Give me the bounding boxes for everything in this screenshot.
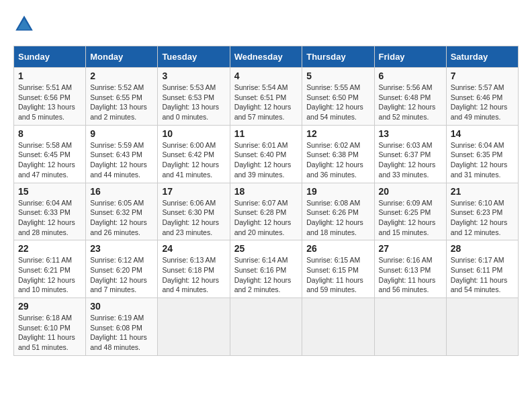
day-number: 24 (162, 243, 225, 254)
calendar-cell: 7Sunrise: 5:57 AMSunset: 6:46 PMDaylight… (446, 68, 518, 126)
day-info: Sunrise: 5:52 AMSunset: 6:55 PMDaylight:… (90, 83, 153, 122)
week-row-1: 1Sunrise: 5:51 AMSunset: 6:56 PMDaylight… (14, 68, 519, 126)
day-number: 27 (379, 243, 442, 254)
day-info: Sunrise: 6:10 AMSunset: 6:23 PMDaylight:… (451, 198, 514, 238)
calendar-cell: 22Sunrise: 6:11 AMSunset: 6:21 PMDayligh… (14, 240, 86, 298)
day-number: 17 (162, 186, 225, 197)
day-number: 22 (18, 243, 81, 254)
day-info: Sunrise: 5:57 AMSunset: 6:46 PMDaylight:… (451, 83, 514, 122)
logo-icon (13, 13, 35, 35)
column-header-sunday: Sunday (14, 46, 86, 68)
column-header-thursday: Thursday (302, 46, 374, 68)
day-number: 21 (451, 186, 514, 197)
day-number: 28 (451, 243, 514, 254)
calendar-cell: 24Sunrise: 6:13 AMSunset: 6:18 PMDayligh… (158, 240, 230, 298)
calendar-cell: 21Sunrise: 6:10 AMSunset: 6:23 PMDayligh… (446, 183, 518, 240)
day-info: Sunrise: 5:55 AMSunset: 6:50 PMDaylight:… (306, 83, 369, 122)
page-header (13, 13, 519, 35)
day-info: Sunrise: 6:13 AMSunset: 6:18 PMDaylight:… (162, 255, 225, 295)
calendar-cell: 1Sunrise: 5:51 AMSunset: 6:56 PMDaylight… (14, 68, 86, 126)
calendar-cell: 26Sunrise: 6:15 AMSunset: 6:15 PMDayligh… (302, 240, 374, 298)
day-number: 7 (451, 71, 514, 81)
day-number: 3 (162, 71, 225, 81)
calendar-cell (374, 298, 446, 356)
logo (13, 13, 39, 35)
column-header-tuesday: Tuesday (158, 46, 230, 68)
calendar-cell: 25Sunrise: 6:14 AMSunset: 6:16 PMDayligh… (230, 240, 302, 298)
day-info: Sunrise: 5:56 AMSunset: 6:48 PMDaylight:… (379, 83, 442, 122)
day-number: 14 (451, 128, 514, 139)
calendar-cell: 30Sunrise: 6:19 AMSunset: 6:08 PMDayligh… (86, 298, 158, 356)
day-number: 25 (234, 243, 298, 254)
calendar-cell (446, 298, 518, 356)
day-info: Sunrise: 6:15 AMSunset: 6:15 PMDaylight:… (306, 255, 369, 295)
calendar-cell: 4Sunrise: 5:54 AMSunset: 6:51 PMDaylight… (230, 68, 302, 126)
day-number: 19 (306, 186, 369, 197)
day-number: 15 (18, 186, 81, 197)
day-info: Sunrise: 5:51 AMSunset: 6:56 PMDaylight:… (18, 83, 81, 122)
day-number: 5 (306, 71, 369, 81)
calendar-cell: 15Sunrise: 6:04 AMSunset: 6:33 PMDayligh… (14, 183, 86, 240)
day-number: 12 (306, 128, 369, 139)
header-row: SundayMondayTuesdayWednesdayThursdayFrid… (14, 46, 519, 68)
day-info: Sunrise: 6:02 AMSunset: 6:38 PMDaylight:… (306, 140, 369, 180)
day-number: 26 (306, 243, 369, 254)
day-info: Sunrise: 6:03 AMSunset: 6:37 PMDaylight:… (379, 140, 442, 180)
day-number: 23 (90, 243, 153, 254)
calendar-cell: 16Sunrise: 6:05 AMSunset: 6:32 PMDayligh… (86, 183, 158, 240)
day-info: Sunrise: 6:06 AMSunset: 6:30 PMDaylight:… (162, 198, 225, 238)
calendar-cell: 6Sunrise: 5:56 AMSunset: 6:48 PMDaylight… (374, 68, 446, 126)
calendar-cell: 20Sunrise: 6:09 AMSunset: 6:25 PMDayligh… (374, 183, 446, 240)
calendar-cell: 23Sunrise: 6:12 AMSunset: 6:20 PMDayligh… (86, 240, 158, 298)
day-info: Sunrise: 6:18 AMSunset: 6:10 PMDaylight:… (18, 313, 81, 353)
day-info: Sunrise: 6:09 AMSunset: 6:25 PMDaylight:… (379, 198, 442, 238)
calendar-cell: 28Sunrise: 6:17 AMSunset: 6:11 PMDayligh… (446, 240, 518, 298)
calendar-table: SundayMondayTuesdayWednesdayThursdayFrid… (13, 46, 519, 356)
column-header-wednesday: Wednesday (230, 46, 302, 68)
day-number: 4 (234, 71, 298, 81)
week-row-2: 8Sunrise: 5:58 AMSunset: 6:45 PMDaylight… (14, 125, 519, 183)
calendar-cell: 17Sunrise: 6:06 AMSunset: 6:30 PMDayligh… (158, 183, 230, 240)
day-info: Sunrise: 6:04 AMSunset: 6:35 PMDaylight:… (451, 140, 514, 180)
day-info: Sunrise: 6:16 AMSunset: 6:13 PMDaylight:… (379, 255, 442, 295)
day-info: Sunrise: 5:53 AMSunset: 6:53 PMDaylight:… (162, 83, 225, 122)
day-number: 13 (379, 128, 442, 139)
calendar-cell: 14Sunrise: 6:04 AMSunset: 6:35 PMDayligh… (446, 125, 518, 183)
day-number: 16 (90, 186, 153, 197)
day-info: Sunrise: 6:19 AMSunset: 6:08 PMDaylight:… (90, 313, 153, 353)
calendar-cell: 9Sunrise: 5:59 AMSunset: 6:43 PMDaylight… (86, 125, 158, 183)
calendar-cell (158, 298, 230, 356)
day-number: 9 (90, 128, 153, 139)
day-number: 6 (379, 71, 442, 81)
day-info: Sunrise: 5:59 AMSunset: 6:43 PMDaylight:… (90, 140, 153, 180)
day-number: 1 (18, 71, 81, 81)
day-number: 30 (90, 301, 153, 312)
day-info: Sunrise: 6:00 AMSunset: 6:42 PMDaylight:… (162, 140, 225, 180)
day-info: Sunrise: 5:58 AMSunset: 6:45 PMDaylight:… (18, 140, 81, 180)
day-info: Sunrise: 6:12 AMSunset: 6:20 PMDaylight:… (90, 255, 153, 295)
day-info: Sunrise: 6:08 AMSunset: 6:26 PMDaylight:… (306, 198, 369, 238)
calendar-cell: 27Sunrise: 6:16 AMSunset: 6:13 PMDayligh… (374, 240, 446, 298)
column-header-monday: Monday (86, 46, 158, 68)
calendar-cell: 19Sunrise: 6:08 AMSunset: 6:26 PMDayligh… (302, 183, 374, 240)
day-number: 29 (18, 301, 81, 312)
day-number: 11 (234, 128, 298, 139)
calendar-cell: 2Sunrise: 5:52 AMSunset: 6:55 PMDaylight… (86, 68, 158, 126)
calendar-cell: 13Sunrise: 6:03 AMSunset: 6:37 PMDayligh… (374, 125, 446, 183)
day-info: Sunrise: 6:14 AMSunset: 6:16 PMDaylight:… (234, 255, 298, 295)
day-number: 20 (379, 186, 442, 197)
calendar-cell: 11Sunrise: 6:01 AMSunset: 6:40 PMDayligh… (230, 125, 302, 183)
calendar-cell: 10Sunrise: 6:00 AMSunset: 6:42 PMDayligh… (158, 125, 230, 183)
day-info: Sunrise: 6:11 AMSunset: 6:21 PMDaylight:… (18, 255, 81, 295)
week-row-5: 29Sunrise: 6:18 AMSunset: 6:10 PMDayligh… (14, 298, 519, 356)
calendar-cell: 8Sunrise: 5:58 AMSunset: 6:45 PMDaylight… (14, 125, 86, 183)
day-number: 8 (18, 128, 81, 139)
day-number: 10 (162, 128, 225, 139)
day-info: Sunrise: 6:07 AMSunset: 6:28 PMDaylight:… (234, 198, 298, 238)
calendar-cell: 29Sunrise: 6:18 AMSunset: 6:10 PMDayligh… (14, 298, 86, 356)
day-info: Sunrise: 5:54 AMSunset: 6:51 PMDaylight:… (234, 83, 298, 122)
column-header-saturday: Saturday (446, 46, 518, 68)
calendar-cell (230, 298, 302, 356)
calendar-cell: 3Sunrise: 5:53 AMSunset: 6:53 PMDaylight… (158, 68, 230, 126)
calendar-cell: 12Sunrise: 6:02 AMSunset: 6:38 PMDayligh… (302, 125, 374, 183)
